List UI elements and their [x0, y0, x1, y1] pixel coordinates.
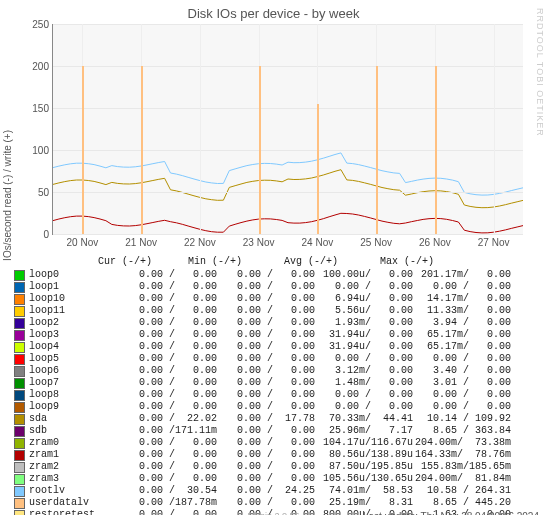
- legend-row-loop8: loop80.00 / 0.000.00 / 0.000.00 / 0.000.…: [14, 389, 534, 401]
- legend-row-loop7: loop70.00 / 0.000.00 / 0.001.48m/ 0.003.…: [14, 377, 534, 389]
- legend-row-rootlv: rootlv0.00 / 30.540.00 / 24.2574.01m/ 58…: [14, 485, 534, 497]
- legend-swatch: [14, 366, 25, 377]
- chart-title: Disk IOs per device - by week: [0, 0, 547, 21]
- legend-table: Cur (-/+) Min (-/+) Avg (-/+) Max (-/+) …: [14, 256, 534, 515]
- legend-cur: 0.00 / 0.00: [119, 317, 217, 329]
- legend-device-name: zram2: [29, 461, 119, 473]
- legend-swatch: [14, 354, 25, 365]
- y-axis-label: IOs/second read (-) / write (+): [2, 130, 13, 261]
- legend-cur: 0.00 / 0.00: [119, 269, 217, 281]
- legend-avg: 104.17u/116.67u: [315, 437, 413, 449]
- rrdtool-watermark: RRDTOOL TOBI OETIKER: [535, 8, 545, 137]
- legend-cur: 0.00 /187.78m: [119, 497, 217, 509]
- legend-row-userdatalv: userdatalv0.00 /187.78m0.00 / 0.0025.19m…: [14, 497, 534, 509]
- legend-device-name: restoretest: [29, 509, 119, 515]
- legend-min: 0.00 / 0.00: [217, 473, 315, 485]
- legend-device-name: loop11: [29, 305, 119, 317]
- legend-row-loop5: loop50.00 / 0.000.00 / 0.000.00 / 0.000.…: [14, 353, 534, 365]
- legend-cur: 0.00 / 0.00: [119, 305, 217, 317]
- legend-max: 0.00 / 0.00: [413, 401, 511, 413]
- legend-max: 65.17m/ 0.00: [413, 329, 511, 341]
- legend-device-name: userdatalv: [29, 497, 119, 509]
- legend-avg: 105.56u/130.65u: [315, 473, 413, 485]
- legend-device-name: loop10: [29, 293, 119, 305]
- gridline: [53, 150, 523, 151]
- legend-max: 14.17m/ 0.00: [413, 293, 511, 305]
- legend-swatch: [14, 318, 25, 329]
- legend-avg: 3.12m/ 0.00: [315, 365, 413, 377]
- legend-row-loop0: loop00.00 / 0.000.00 / 0.00100.00u/ 0.00…: [14, 269, 534, 281]
- legend-avg: 80.56u/138.89u: [315, 449, 413, 461]
- legend-device-name: loop9: [29, 401, 119, 413]
- legend-min: 0.00 / 0.00: [217, 449, 315, 461]
- legend-swatch: [14, 402, 25, 413]
- legend-avg: 74.01m/ 58.53: [315, 485, 413, 497]
- legend-swatch: [14, 378, 25, 389]
- y-tick-label: 100: [21, 145, 49, 156]
- legend-row-zram1: zram10.00 / 0.000.00 / 0.0080.56u/138.89…: [14, 449, 534, 461]
- legend-avg: 0.00 / 0.00: [315, 353, 413, 365]
- legend-cur: 0.00 / 30.54: [119, 485, 217, 497]
- legend-avg: 87.50u/195.85u: [315, 461, 413, 473]
- legend-max: 10.14 / 109.92: [413, 413, 511, 425]
- legend-cur: 0.00 /171.11m: [119, 425, 217, 437]
- legend-min: 0.00 / 0.00: [217, 353, 315, 365]
- y-tick-label: 200: [21, 61, 49, 72]
- legend-swatch: [14, 438, 25, 449]
- legend-header: Cur (-/+) Min (-/+) Avg (-/+) Max (-/+): [14, 256, 534, 268]
- spike: [376, 66, 378, 234]
- legend-swatch: [14, 486, 25, 497]
- gridline: [53, 192, 523, 193]
- legend-avg: 6.94u/ 0.00: [315, 293, 413, 305]
- legend-max: 3.01 / 0.00: [413, 377, 511, 389]
- legend-min: 0.00 / 0.00: [217, 269, 315, 281]
- legend-avg: 31.94u/ 0.00: [315, 341, 413, 353]
- x-tick-label: 23 Nov: [243, 237, 275, 248]
- legend-row-sdb: sdb0.00 /171.11m0.00 / 0.0025.96m/ 7.178…: [14, 425, 534, 437]
- legend-row-loop9: loop90.00 / 0.000.00 / 0.000.00 / 0.000.…: [14, 401, 534, 413]
- legend-swatch: [14, 414, 25, 425]
- legend-cur: 0.00 / 0.00: [119, 473, 217, 485]
- legend-device-name: loop7: [29, 377, 119, 389]
- plot-area: 05010015020025020 Nov21 Nov22 Nov23 Nov2…: [52, 24, 522, 234]
- legend-max: 11.33m/ 0.00: [413, 305, 511, 317]
- legend-device-name: loop5: [29, 353, 119, 365]
- legend-device-name: rootlv: [29, 485, 119, 497]
- legend-row-loop10: loop100.00 / 0.000.00 / 0.006.94u/ 0.001…: [14, 293, 534, 305]
- x-tick-label: 25 Nov: [360, 237, 392, 248]
- vgridline: [200, 24, 201, 234]
- legend-avg: 25.96m/ 7.17: [315, 425, 413, 437]
- legend-cur: 0.00 / 0.00: [119, 401, 217, 413]
- legend-max: 164.33m/ 78.76m: [413, 449, 511, 461]
- legend-cur: 0.00 / 0.00: [119, 293, 217, 305]
- legend-row-loop2: loop20.00 / 0.000.00 / 0.001.93m/ 0.003.…: [14, 317, 534, 329]
- series-zram1: [53, 213, 523, 233]
- plot-canvas: 05010015020025020 Nov21 Nov22 Nov23 Nov2…: [52, 24, 523, 235]
- x-tick-label: 22 Nov: [184, 237, 216, 248]
- legend-min: 0.00 / 0.00: [217, 281, 315, 293]
- legend-max: 3.94 / 0.00: [413, 317, 511, 329]
- legend-row-loop6: loop60.00 / 0.000.00 / 0.003.12m/ 0.003.…: [14, 365, 534, 377]
- legend-max: 201.17m/ 0.00: [413, 269, 511, 281]
- legend-swatch: [14, 450, 25, 461]
- gridline: [53, 108, 523, 109]
- legend-device-name: zram3: [29, 473, 119, 485]
- legend-min: 0.00 / 0.00: [217, 425, 315, 437]
- legend-device-name: zram0: [29, 437, 119, 449]
- legend-min: 0.00 / 0.00: [217, 341, 315, 353]
- legend-cur: 0.00 / 0.00: [119, 329, 217, 341]
- legend-max: 3.40 / 0.00: [413, 365, 511, 377]
- legend-min: 0.00 / 0.00: [217, 329, 315, 341]
- legend-device-name: loop2: [29, 317, 119, 329]
- legend-swatch: [14, 282, 25, 293]
- legend-swatch: [14, 510, 25, 516]
- spike: [435, 66, 437, 234]
- legend-cur: 0.00 / 0.00: [119, 353, 217, 365]
- legend-cur: 0.00 / 0.00: [119, 389, 217, 401]
- legend-swatch: [14, 342, 25, 353]
- legend-device-name: sda: [29, 413, 119, 425]
- y-tick-label: 50: [21, 187, 49, 198]
- legend-avg: 25.19m/ 8.31: [315, 497, 413, 509]
- legend-cur: 0.00 / 0.00: [119, 341, 217, 353]
- legend-min: 0.00 / 0.00: [217, 293, 315, 305]
